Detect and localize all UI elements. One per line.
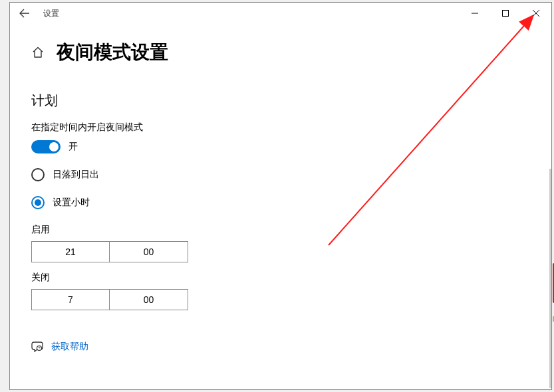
window-controls xyxy=(460,3,551,24)
help-link[interactable]: 获取帮助 xyxy=(51,341,88,353)
svg-point-1 xyxy=(37,346,42,351)
schedule-section-title: 计划 xyxy=(31,92,530,110)
turn-off-label: 关闭 xyxy=(31,272,530,284)
radio-hours-row[interactable]: 设置小时 xyxy=(31,196,530,209)
turn-off-hour[interactable]: 7 xyxy=(31,289,110,310)
turn-off-minute[interactable]: 00 xyxy=(110,289,188,310)
minimize-button[interactable] xyxy=(460,3,490,24)
close-button[interactable] xyxy=(521,3,551,24)
page-title: 夜间模式设置 xyxy=(57,40,168,65)
radio-sunset-row[interactable]: 日落到日出 xyxy=(31,168,530,181)
arrow-left-icon xyxy=(19,8,30,19)
radio-hours-label: 设置小时 xyxy=(53,197,90,209)
schedule-toggle-row: 开 xyxy=(31,140,530,153)
maximize-icon xyxy=(502,10,509,17)
content-area: 夜间模式设置 计划 在指定时间内开启夜间模式 开 日落到日出 设置小时 启用 2… xyxy=(10,24,551,389)
scrollbar[interactable] xyxy=(549,169,551,388)
turn-on-time-picker: 21 00 xyxy=(31,241,530,262)
schedule-enable-label: 在指定时间内开启夜间模式 xyxy=(31,122,530,134)
svg-rect-0 xyxy=(503,11,509,17)
turn-on-hour[interactable]: 21 xyxy=(31,241,110,262)
radio-hours[interactable] xyxy=(31,196,45,209)
radio-sunset-label: 日落到日出 xyxy=(53,169,99,181)
close-icon xyxy=(533,10,539,17)
help-row: 获取帮助 xyxy=(31,341,530,353)
minimize-icon xyxy=(472,10,478,17)
back-button[interactable] xyxy=(10,3,39,24)
maximize-button[interactable] xyxy=(490,3,521,24)
schedule-toggle[interactable] xyxy=(31,140,61,153)
turn-off-time-picker: 7 00 xyxy=(31,289,530,310)
help-chat-icon xyxy=(31,341,43,353)
home-icon[interactable] xyxy=(31,46,45,59)
page-header: 夜间模式设置 xyxy=(31,40,530,65)
settings-window: 设置 夜间模式设置 xyxy=(9,2,552,390)
schedule-toggle-label: 开 xyxy=(69,141,78,153)
turn-on-minute[interactable]: 00 xyxy=(110,241,188,262)
titlebar: 设置 xyxy=(10,3,551,24)
radio-sunset[interactable] xyxy=(31,168,45,181)
turn-on-label: 启用 xyxy=(31,224,530,236)
app-title: 设置 xyxy=(43,8,59,19)
